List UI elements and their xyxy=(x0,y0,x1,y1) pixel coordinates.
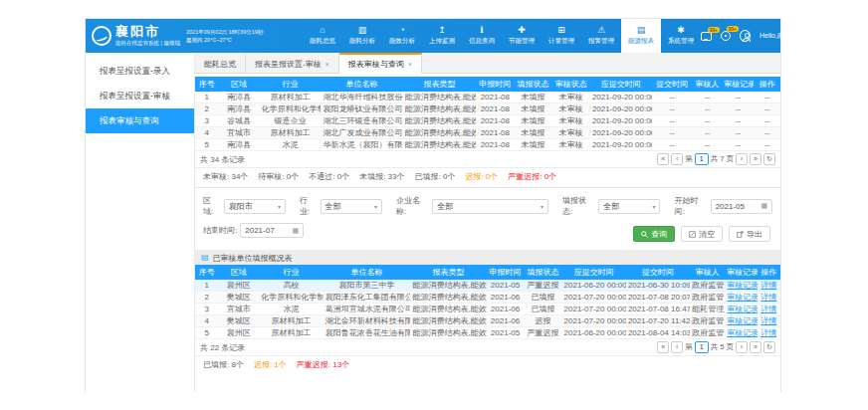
top-nav-item[interactable]: ✱系统管理 xyxy=(661,19,701,53)
audit-record-link[interactable]: 审核记录 xyxy=(727,293,757,302)
pager-next-button[interactable]: › xyxy=(736,153,748,165)
pager-page-input[interactable]: 1 xyxy=(695,153,709,165)
top-nav-item[interactable]: ▤能源报表 xyxy=(621,19,661,53)
column-header: 行业 xyxy=(260,77,322,92)
table-cell: 2021-06-30 10:09:33 xyxy=(626,280,690,292)
table-row: 2樊城区化学原料和化学制品制造业襄阳泽东化工集团有限公司能源消费结构表,能效指标… xyxy=(195,292,780,304)
reviewed-table-footer: 共 22 条记录 «‹第1共 5 页›»↻ xyxy=(195,339,780,356)
table-cell: 襄阳市第三中学 xyxy=(324,280,411,292)
table-cell: -- xyxy=(693,103,722,115)
company-filter-select[interactable]: 全部▾ xyxy=(432,199,548,214)
fill-status-filter-select[interactable]: 全部▾ xyxy=(598,199,660,214)
table-row: 4宜城市原材料加工湖北广发成业有限公司能源消费结构表,能效指标...2021-0… xyxy=(195,127,780,139)
close-icon[interactable]: × xyxy=(408,61,412,68)
region-filter-select[interactable]: 襄阳市▾ xyxy=(224,199,286,214)
detail-link[interactable]: 详情 xyxy=(760,293,776,302)
table-cell: 3 xyxy=(195,115,219,127)
table-cell: 2021-06-20 00:00:00 xyxy=(562,327,626,339)
export-button[interactable]: 导出 xyxy=(729,226,770,242)
logout-button[interactable]: 退出 xyxy=(819,24,829,48)
industry-filter-label: 行业: xyxy=(300,195,318,217)
fill-status-filter: 填报状态: 全部▾ xyxy=(562,195,661,217)
table-cell: 葛洲坝宜城水泥有限公司 xyxy=(324,304,411,315)
table-cell: 华新水泥（襄阳）有限公司 xyxy=(321,139,402,151)
pager-first-button[interactable]: « xyxy=(657,153,669,165)
task-gear-icon xyxy=(721,31,731,41)
task-icon-wrap[interactable]: 99+ xyxy=(721,31,731,41)
pager-last-button[interactable]: » xyxy=(750,341,761,353)
reviewed-pagination: «‹第1共 5 页›»↻ xyxy=(657,341,775,353)
top-nav-item[interactable]: ▥能耗分析 xyxy=(342,19,382,53)
audit-record-link[interactable]: 审核记录 xyxy=(727,281,757,290)
clear-button[interactable]: 清空 xyxy=(681,226,723,242)
start-time-input[interactable]: 2021-05▦ xyxy=(711,199,772,214)
top-nav-item[interactable]: ℹ信息查询 xyxy=(462,19,502,53)
table-cell: 南漳县 xyxy=(219,103,260,115)
pager-last-button[interactable]: » xyxy=(750,153,761,165)
chevron-down-icon: ▾ xyxy=(652,203,655,210)
top-nav-item[interactable]: ↥上传监测 xyxy=(422,19,462,53)
table-cell: 严重迟报 xyxy=(525,327,562,339)
audit-record-link[interactable]: 审核记录 xyxy=(727,328,757,337)
pager-page-input[interactable]: 1 xyxy=(695,341,709,353)
table-cell: 2021-08 xyxy=(476,115,514,127)
top-nav-item-label: 信息查询 xyxy=(469,37,495,46)
column-header: 申报时间 xyxy=(487,265,525,280)
top-nav-item[interactable]: ⚠报警管理 xyxy=(581,19,621,53)
reviewed-report-table: 序号区域行业单位名称报表类型申报时间填报状态应提交时间提交时间审核人审核记录操作… xyxy=(195,265,780,339)
table-cell: -- xyxy=(722,127,754,139)
top-navigation: ⌂能耗总览▥能耗分析◔能效分析↥上传监测ℹ信息查询✚节能管理⊞计量管理⚠报警管理… xyxy=(303,19,701,53)
datetime-block: 2021年09月02日 18时39分19秒 星期四 20°C~27°C xyxy=(186,28,263,44)
end-time-input[interactable]: 2021-07▦ xyxy=(240,223,304,238)
industry-filter-select[interactable]: 全部▾ xyxy=(321,199,382,214)
column-header: 审核状态 xyxy=(552,77,590,92)
table-cell: 严重迟报 xyxy=(525,280,562,292)
table-cell: 详情 xyxy=(758,327,781,339)
table-cell: -- xyxy=(652,127,693,139)
audit-record-link[interactable]: 审核记录 xyxy=(727,305,757,313)
region-filter-value: 襄阳市 xyxy=(229,201,253,212)
search-button[interactable]: 查询 xyxy=(633,226,675,242)
sidebar-item[interactable]: 报表审核与查询 xyxy=(86,108,194,133)
tab-2[interactable]: 报表审核与查询× xyxy=(339,53,422,74)
tab-1[interactable]: 报表呈报设置-审核× xyxy=(246,53,339,73)
table-cell: -- xyxy=(693,139,722,151)
filter-row-1: 区域: 襄阳市▾ 行业: 全部▾ 企业名称: 全部▾ xyxy=(203,195,772,217)
table-cell: 未审核 xyxy=(552,103,590,115)
detail-link[interactable]: 详情 xyxy=(760,316,776,325)
pager-first-button[interactable]: « xyxy=(657,341,669,353)
eraser-icon xyxy=(689,231,696,238)
table-cell: -- xyxy=(722,115,754,127)
pager-prev-button[interactable]: ‹ xyxy=(671,341,683,353)
sidebar-item[interactable]: 报表呈报设置-审核 xyxy=(86,84,194,108)
chevron-down-icon: ▾ xyxy=(807,33,810,39)
pager-next-button[interactable]: › xyxy=(736,341,748,353)
pager-page-prefix: 第 xyxy=(685,154,693,164)
tab-0[interactable]: 能耗总览 xyxy=(195,53,246,73)
table-cell: 2021-08 xyxy=(476,127,514,139)
pager-prev-button[interactable]: ‹ xyxy=(671,153,683,165)
user-greeting[interactable]: Hello,政府监管▾ xyxy=(760,31,810,41)
pager-refresh-button[interactable]: ↻ xyxy=(763,341,775,353)
pager-refresh-button[interactable]: ↻ xyxy=(763,153,775,165)
top-nav-item[interactable]: ⊞计量管理 xyxy=(542,19,581,53)
top-bar: 襄阳市 能耗在线监管系统 | 规模端 2021年09月02日 18时39分19秒… xyxy=(86,19,780,53)
table-cell: 审核记录 xyxy=(725,280,757,292)
top-nav-item[interactable]: ✚节能管理 xyxy=(502,19,542,53)
audit-record-link[interactable]: 审核记录 xyxy=(727,316,757,325)
table-cell: 已填报 xyxy=(525,292,562,304)
column-header: 报表类型 xyxy=(410,265,486,280)
sidebar-item[interactable]: 报表呈报设置-录入 xyxy=(86,59,194,84)
user-avatar-icon[interactable] xyxy=(740,30,751,42)
detail-link[interactable]: 详情 xyxy=(760,305,776,313)
top-nav-item[interactable]: ◔能效分析 xyxy=(382,19,422,53)
table-cell: 未填报 xyxy=(514,92,551,103)
top-nav-item[interactable]: ⌂能耗总览 xyxy=(303,19,342,53)
end-time-value: 2021-07 xyxy=(245,226,274,235)
message-icon-wrap[interactable]: 99+ xyxy=(701,32,712,41)
table-cell: 迟报 xyxy=(525,315,562,327)
detail-link[interactable]: 详情 xyxy=(760,328,776,337)
close-icon[interactable]: × xyxy=(326,61,329,68)
table-cell: 2021-09-20 00:00:00 xyxy=(590,115,652,127)
detail-link[interactable]: 详情 xyxy=(760,281,776,290)
